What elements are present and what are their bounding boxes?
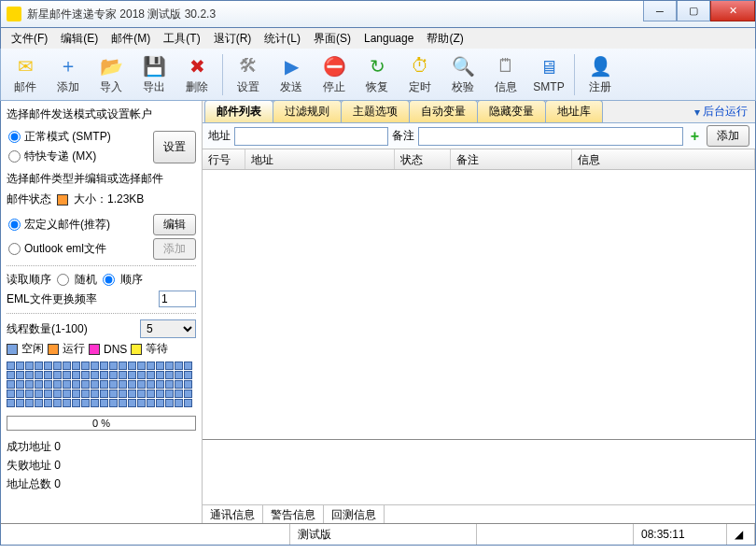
thread-count-select[interactable]: 5 [140, 319, 196, 338]
mode-express-radio[interactable] [8, 150, 21, 163]
content-tabs: 邮件列表过滤规则主题选项自动变量隐藏变量地址库 ▾ 后台运行 [203, 101, 755, 123]
order-random-label: 随机 [75, 272, 97, 288]
bottom-tab-警告信息[interactable]: 警告信息 [263, 505, 324, 523]
col-info[interactable]: 信息 [572, 149, 755, 169]
SMTP-icon: 🖥 [537, 55, 561, 79]
order-random-radio[interactable] [57, 274, 69, 286]
toolbar-注册[interactable]: 👤注册 [580, 51, 621, 98]
legend-idle-icon [7, 344, 18, 355]
mail-size-label: 大小：1.23KB [74, 191, 144, 207]
titlebar: 新星邮件速递专家 2018 测试版 30.2.3 ─ ▢ ✕ [0, 0, 756, 28]
outlook-eml-label: Outlook eml文件 [24, 241, 106, 257]
toolbar-信息[interactable]: 🗒信息 [485, 51, 526, 98]
menu-item[interactable]: Language [357, 30, 420, 47]
minimize-button[interactable]: ─ [643, 1, 677, 21]
order-seq-radio[interactable] [103, 274, 115, 286]
thread-count-label: 线程数量(1-100) [7, 321, 88, 337]
legend-run: 运行 [63, 341, 85, 357]
toolbar-删除[interactable]: ✖删除 [176, 51, 217, 98]
statusbar: 测试版 08:35:11 ◢ [0, 523, 756, 546]
tab-过滤规则[interactable]: 过滤规则 [273, 100, 342, 122]
address-input[interactable] [234, 127, 388, 146]
close-button[interactable]: ✕ [710, 1, 755, 21]
bottom-tab-回测信息[interactable]: 回测信息 [324, 505, 385, 523]
legend-wait-icon [131, 344, 142, 355]
note-input[interactable] [418, 127, 683, 146]
settings-button[interactable]: 设置 [153, 131, 196, 163]
address-row: 地址 备注 + 添加 [203, 123, 755, 149]
success-count: 成功地址 0 [7, 439, 196, 455]
maximize-button[interactable]: ▢ [677, 1, 710, 21]
legend-wait: 等待 [146, 341, 168, 357]
log-area[interactable] [203, 440, 755, 504]
tab-主题选项[interactable]: 主题选项 [341, 100, 410, 122]
toolbar-导出[interactable]: 💾导出 [133, 51, 175, 98]
校验-icon: 🔍 [451, 54, 475, 78]
toolbar-导入[interactable]: 📂导入 [91, 51, 132, 98]
col-status[interactable]: 状态 [395, 149, 451, 169]
menu-item[interactable]: 帮助(Z) [420, 29, 469, 49]
progress-text: 0 % [92, 418, 110, 429]
mode-section-title: 选择邮件发送模式或设置帐户 [7, 105, 196, 124]
eml-freq-input[interactable] [159, 291, 196, 307]
toolbar-添加[interactable]: ＋添加 [48, 51, 89, 98]
col-note[interactable]: 备注 [451, 149, 572, 169]
mode-express-label: 特快专递 (MX) [24, 149, 96, 164]
tab-隐藏变量[interactable]: 隐藏变量 [477, 100, 546, 122]
定时-icon: ⏱ [408, 54, 432, 78]
fail-count: 失败地址 0 [7, 458, 196, 474]
menu-item[interactable]: 界面(S) [307, 29, 357, 49]
mode-normal-label: 正常模式 (SMTP) [24, 129, 111, 145]
outlook-eml-radio[interactable] [8, 243, 21, 255]
tab-邮件列表[interactable]: 邮件列表 [204, 100, 273, 122]
menu-item[interactable]: 工具(T) [157, 29, 206, 49]
menu-item[interactable]: 邮件(M) [105, 29, 157, 49]
恢复-icon: ↻ [365, 54, 389, 78]
macro-mail-radio[interactable] [8, 219, 21, 231]
toolbar-校验[interactable]: 🔍校验 [442, 51, 483, 98]
add-button[interactable]: 添加 [707, 125, 749, 147]
toolbar-设置[interactable]: 🛠设置 [228, 51, 269, 98]
menu-item[interactable]: 退订(R) [207, 29, 259, 49]
bottom-tab-通讯信息[interactable]: 通讯信息 [203, 505, 263, 523]
edit-button[interactable]: 编辑 [153, 214, 196, 235]
toolbar-SMTP[interactable]: 🖥SMTP [528, 51, 569, 98]
toolbar-发送[interactable]: ▶发送 [271, 51, 312, 98]
list-body[interactable] [203, 170, 755, 439]
read-order-label: 读取顺序 [7, 272, 51, 288]
app-icon [7, 7, 21, 21]
bottom-pane: 通讯信息警告信息回测信息 [203, 439, 755, 523]
status-color-icon [57, 194, 68, 206]
note-label: 备注 [392, 128, 414, 144]
add-icon[interactable]: + [687, 128, 703, 145]
toolbar: ✉邮件＋添加📂导入💾导出✖删除🛠设置▶发送⛔停止↻恢复⏱定时🔍校验🗒信息🖥SMT… [0, 49, 756, 101]
信息-icon: 🗒 [494, 54, 518, 78]
addr-label: 地址 [208, 128, 231, 144]
content-area: 邮件列表过滤规则主题选项自动变量隐藏变量地址库 ▾ 后台运行 地址 备注 + 添… [202, 101, 755, 523]
toolbar-停止[interactable]: ⛔停止 [314, 51, 355, 98]
tab-地址库[interactable]: 地址库 [545, 100, 603, 122]
添加-icon: ＋ [56, 54, 80, 78]
thread-grid [7, 362, 196, 407]
导出-icon: 💾 [142, 54, 166, 78]
col-rownum[interactable]: 行号 [203, 149, 245, 169]
background-run-link[interactable]: ▾ 后台运行 [694, 104, 748, 122]
mode-normal-radio[interactable] [8, 131, 21, 143]
eml-freq-label: EML文件更换频率 [7, 291, 97, 307]
toolbar-定时[interactable]: ⏱定时 [399, 51, 441, 98]
toolbar-邮件[interactable]: ✉邮件 [5, 51, 46, 98]
col-addr[interactable]: 地址 [245, 149, 395, 169]
邮件-icon: ✉ [13, 54, 37, 78]
tab-自动变量[interactable]: 自动变量 [409, 100, 478, 122]
legend-dns: DNS [104, 343, 127, 356]
menu-item[interactable]: 编辑(E) [54, 29, 105, 49]
progress-bar: 0 % [7, 416, 196, 431]
menu-item[interactable]: 文件(F) [5, 29, 54, 49]
menu-item[interactable]: 统计(L) [258, 29, 307, 49]
导入-icon: 📂 [99, 54, 123, 78]
注册-icon: 👤 [588, 54, 612, 78]
发送-icon: ▶ [279, 54, 303, 78]
resize-grip-icon[interactable]: ◢ [727, 524, 755, 545]
total-count: 地址总数 0 [7, 476, 196, 492]
toolbar-恢复[interactable]: ↻恢复 [357, 51, 398, 98]
